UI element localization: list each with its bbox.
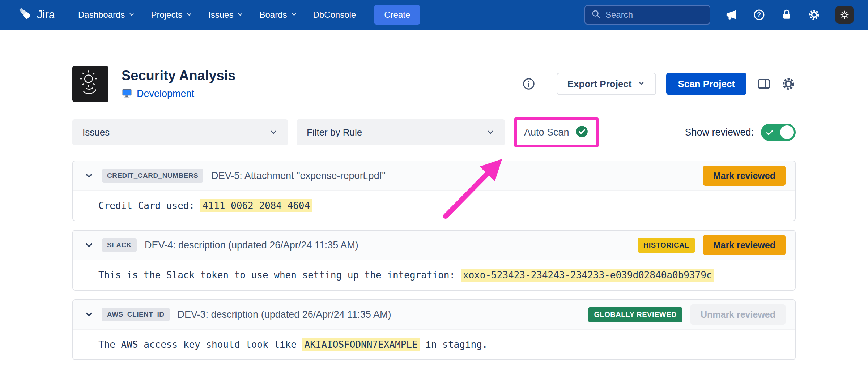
page-title: Security Analysis — [122, 68, 235, 84]
finding-body: The AWS access key should look like AKIA… — [73, 330, 795, 359]
chevron-down-icon — [237, 10, 243, 20]
svg-text:?: ? — [757, 11, 761, 18]
chevron-down-icon — [291, 10, 297, 20]
chevron-down-icon — [186, 10, 192, 20]
issues-dropdown[interactable]: Issues — [72, 119, 288, 145]
finding-title: DEV-3: description (updated 26/Apr/24 11… — [178, 309, 391, 320]
nav-item-projects[interactable]: Projects — [151, 10, 192, 20]
unmark-reviewed-button: Unmark reviewed — [690, 304, 786, 325]
finding-card-dev5: CREDIT_CARD_NUMBERS DEV-5: Attachment "e… — [72, 161, 796, 221]
sensitive-highlight: 4111 0062 2084 4604 — [200, 199, 312, 212]
chevron-down-icon — [637, 78, 645, 90]
project-header: Security Analysis Development Export Pro… — [72, 66, 796, 102]
chevron-down-icon[interactable] — [84, 240, 94, 250]
chevron-down-icon — [269, 128, 278, 137]
chevron-down-icon — [128, 10, 135, 20]
settings-gear-icon[interactable] — [781, 77, 796, 91]
search-icon — [591, 9, 601, 21]
jira-logo[interactable]: Jira — [19, 8, 55, 22]
help-icon[interactable]: ? — [753, 9, 765, 21]
annotation-highlight-box: Auto Scan — [514, 117, 599, 147]
body-text: This is the Slack token to use when sett… — [98, 270, 461, 281]
create-button[interactable]: Create — [374, 5, 420, 25]
finding-title: DEV-4: description (updated 26/Apr/24 11… — [145, 240, 358, 251]
findings-list: CREDIT_CARD_NUMBERS DEV-5: Attachment "e… — [72, 161, 796, 368]
auto-scan-label: Auto Scan — [524, 127, 569, 138]
mark-reviewed-button[interactable]: Mark reviewed — [703, 235, 786, 255]
toggle-knob — [780, 125, 794, 139]
project-link[interactable]: Development — [137, 88, 194, 99]
sensitive-highlight: xoxo-523423-234243-234233-e039d02840a0b9… — [461, 269, 714, 282]
body-text: Credit Card used: — [98, 200, 200, 211]
check-circle-icon[interactable] — [575, 125, 589, 140]
mark-reviewed-button[interactable]: Mark reviewed — [703, 166, 786, 186]
rule-badge: SLACK — [102, 238, 137, 252]
gear-icon[interactable] — [808, 9, 820, 21]
divider — [546, 75, 546, 93]
chevron-down-icon[interactable] — [84, 309, 94, 320]
body-text: in staging. — [420, 339, 488, 350]
show-reviewed-toggle[interactable] — [761, 124, 796, 141]
nav-item-boards[interactable]: Boards — [259, 10, 297, 20]
globally-reviewed-badge: GLOBALLY REVIEWED — [588, 307, 682, 322]
sensitive-highlight: AKIAIOSFODNN7EXAMPLE — [302, 338, 420, 351]
finding-title: DEV-5: Attachment "expense-report.pdf" — [211, 170, 385, 181]
finding-card-dev4: SLACK DEV-4: description (updated 26/Apr… — [72, 230, 796, 291]
megaphone-icon[interactable] — [726, 9, 738, 21]
filter-by-rule-dropdown[interactable]: Filter by Rule — [297, 119, 505, 145]
body-text: The AWS access key should look like — [98, 339, 302, 350]
lock-icon[interactable] — [780, 9, 793, 21]
scan-project-button[interactable]: Scan Project — [666, 73, 746, 95]
detail-panel-icon[interactable] — [757, 77, 771, 91]
finding-body: Credit Card used: 4111 0062 2084 4604 — [73, 191, 795, 221]
finding-card-dev3: AWS_CLIENT_ID DEV-3: description (update… — [72, 299, 796, 360]
show-reviewed-label: Show reviewed: — [685, 127, 754, 138]
global-search[interactable] — [584, 5, 710, 25]
filter-bar: Issues Filter by Rule Auto Scan Show rev… — [72, 119, 796, 145]
search-input[interactable] — [605, 10, 704, 20]
rule-badge: AWS_CLIENT_ID — [102, 308, 170, 321]
nav-item-dbconsole[interactable]: DbConsole — [313, 10, 356, 20]
top-nav: Jira Dashboards Projects Issues Boards D… — [0, 0, 868, 30]
nav-item-issues[interactable]: Issues — [208, 10, 243, 20]
brand-name: Jira — [37, 8, 55, 21]
card-header: SLACK DEV-4: description (updated 26/Apr… — [73, 231, 795, 260]
info-icon[interactable] — [522, 77, 536, 91]
card-header: CREDIT_CARD_NUMBERS DEV-5: Attachment "e… — [73, 161, 795, 191]
chevron-down-icon — [486, 128, 495, 137]
main-content: Security Analysis Development Export Pro… — [0, 66, 868, 368]
check-icon — [765, 128, 774, 138]
show-reviewed-control: Show reviewed: — [685, 124, 796, 141]
historical-badge: HISTORICAL — [638, 238, 695, 253]
jira-logo-icon — [19, 8, 32, 22]
finding-body: This is the Slack token to use when sett… — [73, 260, 795, 290]
software-project-icon — [122, 88, 132, 100]
nav-item-dashboards[interactable]: Dashboards — [78, 10, 135, 20]
chevron-down-icon[interactable] — [84, 171, 94, 181]
project-avatar — [72, 66, 109, 102]
export-project-button[interactable]: Export Project — [557, 73, 656, 95]
card-header: AWS_CLIENT_ID DEV-3: description (update… — [73, 300, 795, 330]
user-avatar[interactable] — [835, 6, 854, 24]
rule-badge: CREDIT_CARD_NUMBERS — [102, 169, 203, 183]
